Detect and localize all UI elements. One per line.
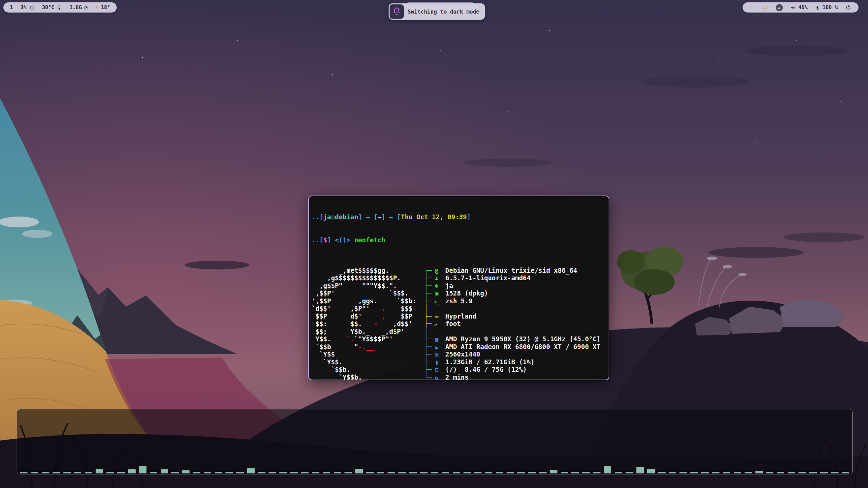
ascii-art-line: ',$$P ,ggs. `$$b: [312,297,424,305]
memory-value: 1.8G [70,4,82,11]
visualizer-bar [777,472,784,473]
visualizer-bar [150,472,157,473]
shell-icon: >_ [432,298,441,306]
bluetooth-module[interactable] [746,2,758,13]
workspace-module[interactable]: 1 [6,2,17,13]
visualizer-bar [679,472,687,473]
visualizer-bar [442,472,449,473]
neofetch-uptime: ╰─↻ 2 mins [424,373,600,380]
visualizer-bar [53,472,60,473]
volume-value: 40% [798,4,808,11]
visualizer-bar [788,472,795,473]
visualizer-bar [106,472,114,473]
ascii-art-line: $$: $$. - ,d$$' [312,320,424,328]
visualizer-bar [604,466,611,473]
ascii-art-line: ,g$$P" """Y$$.". [312,282,424,290]
visualizer-bar [615,472,622,473]
neofetch-shell-value: zsh 5.9 [441,297,473,305]
prompt-line: ..[ja@debian] – [~] – [Thu Oct 12, 09:39… [312,213,606,221]
ascii-art-line: `Y$$b. [312,373,424,380]
tray-app-module[interactable]: a [772,2,787,13]
neofetch-kernel-value: 6.5.7-1-liquorix-amd64 [441,274,531,282]
visualizer-bar [409,472,417,473]
neofetch-gpu: ├─⊡ AMD ATI Radeon RX 6800/6800 XT / 690… [424,343,600,351]
visualizer-bar [290,472,298,473]
ascii-art-line: ,g$$$$$$$$$$$$$$$P. [312,274,424,282]
visualizer-bar [117,472,125,473]
speaker-icon [790,5,796,11]
visualizer-bar [798,472,806,473]
display-tray-module[interactable] [758,2,772,13]
tray-app-icon: a [776,4,783,11]
visualizer-bar [128,469,136,473]
audio-visualizer [20,466,849,473]
memory-module[interactable]: 1.8G ◔ [66,2,91,13]
neofetch-cpu: ├─▦ AMD Ryzen 9 5950X (32) @ 5.1GHz [45.… [424,335,600,343]
notification-text: Switching to dark mode [408,8,479,15]
visualizer-bar [820,472,828,473]
visualizer-bar [571,472,579,473]
weather-module[interactable]: ☀ 18° [91,2,114,13]
notification-icon-tile [390,4,404,19]
visualizer-bar [561,472,568,473]
microphone-icon [815,5,820,11]
display-icon: ▤ [432,351,441,359]
visualizer-bar [323,472,330,473]
visualizer-bar [247,468,255,473]
visualizer-bar [626,472,633,473]
visualizer-bar [647,469,655,473]
visualizer-bar [766,472,773,473]
terminal-window[interactable]: ..[ja@debian] – [~] – [Thu Oct 12, 09:39… [308,196,609,380]
visualizer-bar [528,472,536,473]
microphone-value: 100 % [823,4,838,11]
visualizer-bar [258,472,265,473]
neofetch-resolution-value: 868x488 [441,350,480,358]
power-module[interactable] [842,2,855,13]
visualizer-bar [215,472,222,473]
visualizer-bar [366,472,374,473]
temperature-value: 30°C [42,4,54,11]
neofetch-cpu-value: AMD Ryzen 9 5950X (32) @ 5.1GHz [45.0°C] [441,335,600,343]
thermometer-icon [57,5,62,10]
cpu-module[interactable]: 3% [17,2,38,13]
ascii-art-line: `Y$$. [312,358,424,366]
neofetch-terminal-value: foot [441,320,461,328]
visualizer-bar [334,472,341,473]
neofetch-memory-value: 1.23GiB / 62.71GiB (1%) [441,358,535,366]
visualizer-bar [301,472,309,473]
ascii-art-line: `$$b "-.__ [312,343,424,351]
bell-icon [392,6,402,17]
weather-value: 18° [101,4,110,11]
sun-icon: ☀ [95,4,99,11]
gauge-icon: ◔ [84,5,87,10]
visualizer-bar [344,472,352,473]
visualizer-bar [831,472,839,473]
workspace-label: 1 [10,4,13,11]
user-icon: ☻ [432,282,441,290]
visualizer-bar [539,472,547,473]
notification-toast[interactable]: Switching to dark mode [389,3,485,20]
temperature-module[interactable]: 30°C [38,2,66,13]
visualizer-bar [63,472,71,473]
microphone-module[interactable]: 100 % [811,2,842,13]
visualizer-bar [593,472,600,473]
visualizer-bar [377,472,384,473]
ascii-art-line: ,$$P' `$$$. [312,289,424,297]
cpu-value: 3% [20,4,26,11]
visualizer-bar [669,472,676,473]
neofetch-packages: ├─▣ 1528 (dpkg) [424,289,600,297]
disk-icon: ⊟ [432,366,441,374]
debian-swirl-icon: @ [432,267,441,275]
ascii-art-line: $$P d$' , $$P [312,312,424,320]
debian-ascii-art: _,met$$$$$gg. ,g$$$$$$$$$$$$$$$P. ,g$$P"… [312,267,424,380]
neofetch-disk-value: (/) 8.4G / 75G (12%) [441,366,527,373]
neofetch-wm-value: Hyprland [441,312,476,320]
visualizer-bar [85,472,92,473]
ascii-art-line: `d$$' ,$P"' . $$$ [312,305,424,312]
neofetch-resolution: ├─▤ 868x488 [424,350,600,358]
neofetch-terminal: ├─>_ foot [424,320,600,328]
volume-module[interactable]: 40% [787,2,811,13]
terminal-icon: >_ [432,321,441,329]
tux-icon: ♟ [432,274,441,282]
visualizer-bar [690,472,698,473]
